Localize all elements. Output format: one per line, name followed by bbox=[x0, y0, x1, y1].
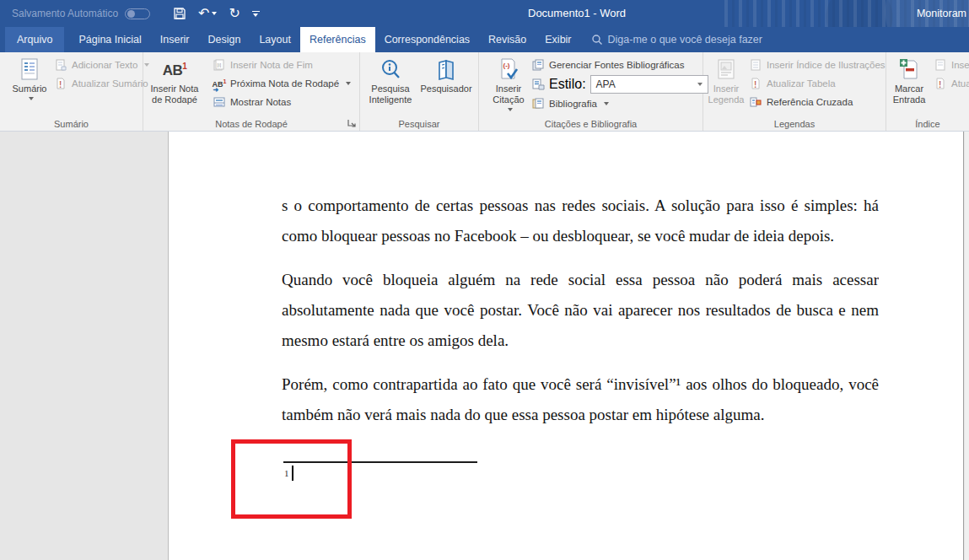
update-index-icon: ! bbox=[934, 77, 947, 90]
tab-pagina-inicial[interactable]: Página Inicial bbox=[69, 27, 150, 52]
insert-footnote-icon: AB1 bbox=[163, 57, 187, 83]
search-icon bbox=[591, 34, 603, 46]
group-label-notas-de-rodape: Notas de Rodapé bbox=[143, 119, 359, 129]
add-text-icon bbox=[54, 58, 67, 72]
tab-exibir[interactable]: Exibir bbox=[536, 27, 580, 52]
tab-revisao[interactable]: Revisão bbox=[479, 27, 536, 52]
ribbon-group-indice: Marcar Entrada Inseri ! Atual Índice bbox=[886, 52, 969, 131]
tab-referencias[interactable]: Referências bbox=[300, 27, 375, 52]
document-title: Documento1 - Word bbox=[528, 0, 626, 27]
redo-button[interactable]: ↻ bbox=[229, 7, 240, 20]
insert-citation-label2: Citação bbox=[493, 94, 524, 105]
quick-access-toolbar: ↶ ↻ bbox=[173, 0, 260, 27]
chevron-down-icon bbox=[253, 13, 258, 17]
titlebar: Salvamento Automático ↶ ↻ Documento1 - W… bbox=[0, 0, 969, 27]
toggle-knob bbox=[127, 10, 135, 18]
style-combobox[interactable]: APA bbox=[590, 75, 708, 94]
insert-endnote-icon: [i] bbox=[213, 58, 226, 72]
style-value: APA bbox=[596, 78, 616, 90]
researcher-icon bbox=[434, 57, 458, 83]
text-line: como bloquear pessoas no Facebook – ou d… bbox=[282, 221, 879, 251]
cross-reference-button[interactable]: Referência Cruzada bbox=[749, 95, 886, 109]
text-line: s o comportamento de certas pessoas nas … bbox=[282, 191, 879, 221]
text-line: absolutamente nada que você postar. Você… bbox=[282, 295, 879, 326]
researcher-button[interactable]: Pesquisador bbox=[417, 55, 475, 117]
chevron-down-icon bbox=[508, 108, 513, 111]
autosave-control: Salvamento Automático bbox=[12, 0, 150, 27]
mark-entry-icon bbox=[898, 57, 920, 83]
insert-table-of-figures-icon bbox=[749, 58, 762, 72]
autosave-label: Salvamento Automático bbox=[12, 8, 118, 19]
customize-qat-button[interactable] bbox=[252, 11, 260, 17]
tab-layout[interactable]: Layout bbox=[250, 27, 300, 52]
insert-caption-button: Inserir Legenda bbox=[707, 55, 746, 117]
insert-index-icon bbox=[934, 58, 947, 72]
account-name[interactable]: Monitoram bbox=[917, 0, 966, 27]
toc-button-label: Sumário bbox=[13, 83, 47, 94]
insert-citation-icon: (-) bbox=[498, 57, 519, 83]
page-right-gutter bbox=[965, 132, 969, 560]
insert-citation-button[interactable]: (-) Inserir Citação bbox=[487, 55, 530, 117]
paragraph: s o comportamento de certas pessoas nas … bbox=[282, 191, 879, 251]
manage-sources-button[interactable]: Gerenciar Fontes Bibliográficas bbox=[531, 58, 708, 72]
bibliography-button[interactable]: Bibliografia bbox=[531, 97, 708, 110]
style-label: Estilo: bbox=[549, 77, 586, 92]
svg-text:!: ! bbox=[754, 80, 756, 89]
show-notes-icon bbox=[213, 95, 226, 109]
save-icon[interactable] bbox=[173, 7, 186, 20]
tell-me-search[interactable]: Diga-me o que você deseja fazer bbox=[591, 27, 762, 52]
chevron-down-icon bbox=[604, 102, 609, 105]
group-label-legendas: Legendas bbox=[703, 119, 886, 129]
ribbon: Sumário Adicionar Texto ! Atualizar Sumá… bbox=[0, 52, 969, 132]
ribbon-group-citacoes: (-) Inserir Citação Gerenciar Fontes Bib… bbox=[479, 52, 703, 131]
add-text-button: Adicionar Texto bbox=[54, 58, 149, 72]
update-toc-button: ! Atualizar Sumário bbox=[54, 77, 149, 90]
undo-icon: ↶ bbox=[198, 7, 209, 20]
paragraph: Quando você bloqueia alguém na rede soci… bbox=[282, 265, 879, 356]
insert-footnote-button[interactable]: AB1 Inserir Nota de Rodapé bbox=[150, 55, 199, 117]
bar-icon bbox=[252, 11, 260, 12]
insert-endnote-button: [i] Inserir Nota de Fim bbox=[213, 58, 351, 72]
ribbon-group-legendas: Inserir Legenda Inserir Índice de Ilustr… bbox=[703, 52, 886, 131]
ribbon-tab-row: Arquivo Página Inicial Inserir Design La… bbox=[0, 27, 969, 52]
group-label-indice: Índice bbox=[886, 119, 969, 129]
tab-inserir[interactable]: Inserir bbox=[151, 27, 199, 52]
footnotes-dialog-launcher-icon[interactable] bbox=[347, 118, 357, 128]
group-label-sumario: Sumário bbox=[0, 119, 143, 129]
show-notes-button[interactable]: Mostrar Notas bbox=[213, 95, 351, 109]
next-footnote-button[interactable]: AB1➜ Próxima Nota de Rodapé bbox=[213, 77, 351, 90]
insert-index-button: Inseri bbox=[934, 58, 969, 72]
chevron-down-icon bbox=[29, 97, 34, 100]
update-index-button: ! Atual bbox=[934, 77, 969, 90]
bibliography-style-icon bbox=[531, 78, 545, 91]
tab-design[interactable]: Design bbox=[198, 27, 250, 52]
bibliography-icon bbox=[531, 97, 545, 110]
text-line: Porém, como contrapartida ao fato que vo… bbox=[282, 369, 879, 400]
red-highlight-rectangle bbox=[231, 439, 352, 519]
autosave-toggle[interactable] bbox=[125, 8, 150, 19]
tab-arquivo[interactable]: Arquivo bbox=[5, 27, 64, 52]
update-toc-icon: ! bbox=[54, 77, 67, 90]
smart-lookup-button[interactable]: Pesquisa Inteligente bbox=[364, 55, 417, 117]
update-table-button: ! Atualizar Tabela bbox=[749, 77, 886, 90]
cross-reference-icon bbox=[749, 95, 762, 109]
ribbon-group-notas-de-rodape: AB1 Inserir Nota de Rodapé [i] Inserir N… bbox=[143, 52, 360, 131]
paragraph: Porém, como contrapartida ao fato que vo… bbox=[282, 369, 879, 430]
tab-correspondencias[interactable]: Correspondências bbox=[375, 27, 479, 52]
chevron-down-icon bbox=[212, 12, 217, 15]
undo-button[interactable]: ↶ bbox=[198, 7, 217, 20]
svg-text:!: ! bbox=[939, 80, 941, 89]
table-of-contents-icon bbox=[19, 57, 40, 83]
text-line: também não verá mais nada do que essa pe… bbox=[282, 400, 879, 430]
table-of-contents-button[interactable]: Sumário bbox=[7, 55, 52, 117]
manage-sources-icon bbox=[531, 58, 545, 72]
insert-table-of-figures-button: Inserir Índice de Ilustrações bbox=[749, 58, 886, 72]
update-table-icon: ! bbox=[749, 77, 762, 90]
mark-entry-button[interactable]: Marcar Entrada bbox=[890, 55, 929, 117]
text-line: Quando você bloqueia alguém na rede soci… bbox=[282, 265, 879, 295]
ribbon-group-pesquisar: Pesquisa Inteligente Pesquisador Pesquis… bbox=[360, 52, 479, 131]
group-label-citacoes: Citações e Bibliografia bbox=[479, 119, 703, 129]
redo-icon: ↻ bbox=[229, 7, 240, 20]
word-window: Salvamento Automático ↶ ↻ Documento1 - W… bbox=[0, 0, 969, 560]
smart-lookup-icon bbox=[379, 57, 402, 83]
